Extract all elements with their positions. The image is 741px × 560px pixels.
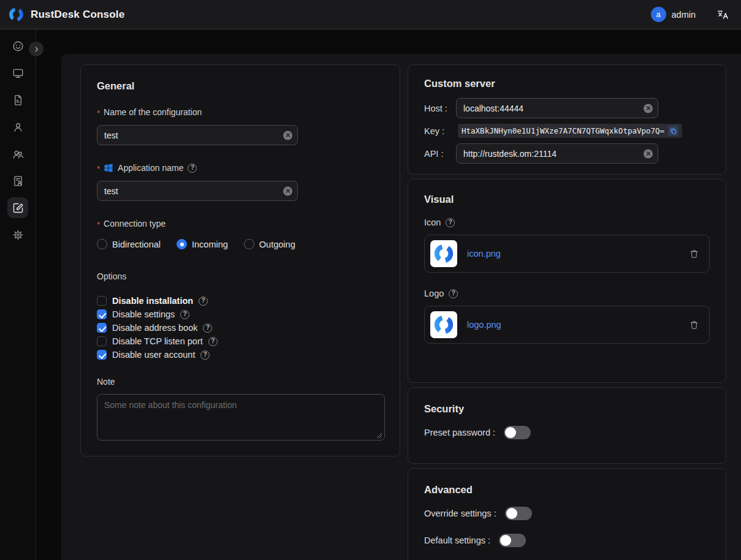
- default-settings-toggle[interactable]: [499, 534, 526, 547]
- icon-label-row: Icon ?: [424, 218, 710, 227]
- checkbox[interactable]: [97, 350, 107, 360]
- custom-server-card: Custom server Host : Key : HtaXBkJNHyn0e…: [408, 64, 726, 175]
- api-row: API :: [424, 143, 710, 164]
- security-title: Security: [424, 403, 710, 415]
- gear-icon: [12, 229, 25, 241]
- custom-server-title: Custom server: [424, 77, 710, 89]
- sidebar-item-overview[interactable]: [7, 36, 28, 56]
- required-asterisk: *: [97, 164, 100, 175]
- logo-upload-box: logo.png: [424, 306, 710, 344]
- sidebar-item-groups[interactable]: [7, 143, 28, 164]
- visual-card: Visual Icon ? icon.png: [408, 179, 726, 383]
- key-value: HtaXBkJNHyn0e1U1jWXze7A7CN7QTGWqxkOtpaVp…: [458, 124, 682, 138]
- override-settings-toggle[interactable]: [505, 507, 532, 520]
- sidebar-item-address-books[interactable]: [7, 170, 28, 191]
- help-icon[interactable]: ?: [199, 297, 208, 306]
- right-column: Custom server Host : Key : HtaXBkJNHyn0e…: [408, 64, 726, 560]
- chevron-right-icon: [32, 45, 40, 53]
- options-label: Options: [97, 271, 384, 281]
- radio-dot[interactable]: [97, 239, 107, 249]
- checkbox[interactable]: [97, 323, 107, 333]
- app-header: RustDesk Console a admin: [0, 0, 741, 29]
- sidebar-expand-button[interactable]: [29, 42, 44, 56]
- windows-icon: [104, 163, 113, 173]
- help-icon[interactable]: ?: [188, 164, 197, 173]
- logo-thumbnail: [430, 311, 457, 338]
- icon-upload-box: icon.png: [424, 235, 710, 273]
- option-disable-user-account: Disable user account ?: [97, 350, 384, 360]
- key-label: Key :: [424, 126, 456, 136]
- preset-password-toggle[interactable]: [504, 426, 531, 439]
- sidebar: [0, 29, 36, 560]
- rustdesk-logo-icon: [8, 6, 25, 23]
- general-title: General: [97, 80, 384, 92]
- help-icon[interactable]: ?: [446, 218, 455, 227]
- icon-file-link[interactable]: icon.png: [467, 249, 501, 259]
- users-icon: [12, 148, 25, 161]
- advanced-card: Advanced Override settings : Default set…: [408, 468, 726, 560]
- api-label: API :: [424, 149, 456, 159]
- checkbox[interactable]: [97, 296, 107, 306]
- sidebar-item-custom-clients[interactable]: [7, 197, 28, 218]
- logo-file-link[interactable]: logo.png: [467, 320, 501, 330]
- clear-input-icon[interactable]: [644, 104, 653, 113]
- translate-icon[interactable]: [716, 9, 729, 20]
- main-panel: General * Name of the configuration * Ap…: [61, 54, 741, 560]
- file-user-icon: [12, 175, 25, 187]
- override-settings-row: Override settings :: [424, 507, 710, 520]
- checkbox[interactable]: [97, 336, 107, 346]
- user-icon: [12, 121, 25, 134]
- trash-icon[interactable]: [689, 320, 699, 330]
- sidebar-item-settings[interactable]: [7, 224, 28, 245]
- sidebar-item-logs[interactable]: [7, 89, 28, 110]
- avatar[interactable]: a: [651, 7, 666, 22]
- config-name-label: * Name of the configuration: [97, 107, 384, 118]
- required-asterisk: *: [97, 108, 100, 119]
- connection-type-label: * Connection type: [97, 218, 384, 229]
- checkbox[interactable]: [97, 309, 107, 319]
- copy-icon[interactable]: [668, 126, 678, 136]
- host-row: Host :: [424, 98, 710, 118]
- help-icon[interactable]: ?: [203, 324, 212, 333]
- general-card: General * Name of the configuration * Ap…: [80, 64, 400, 456]
- sidebar-item-users[interactable]: [7, 116, 28, 137]
- monitor-icon: [12, 67, 25, 80]
- radio-outgoing[interactable]: Outgoing: [244, 239, 295, 249]
- default-settings-row: Default settings :: [424, 534, 710, 547]
- advanced-title: Advanced: [424, 483, 710, 496]
- help-icon[interactable]: ?: [449, 289, 458, 298]
- help-icon[interactable]: ?: [208, 337, 218, 346]
- clear-input-icon[interactable]: [644, 149, 653, 158]
- api-input[interactable]: [456, 143, 658, 164]
- option-disable-settings: Disable settings ?: [97, 309, 384, 319]
- radio-dot[interactable]: [244, 239, 254, 249]
- document-icon: [12, 94, 25, 107]
- key-row: Key : HtaXBkJNHyn0e1U1jWXze7A7CN7QTGWqxk…: [424, 124, 710, 138]
- sidebar-item-devices[interactable]: [7, 62, 28, 83]
- help-icon[interactable]: ?: [200, 350, 210, 360]
- host-label: Host :: [424, 104, 456, 113]
- host-input[interactable]: [456, 98, 658, 118]
- username[interactable]: admin: [672, 10, 696, 20]
- security-card: Security Preset password :: [408, 387, 726, 464]
- app-title: RustDesk Console: [31, 9, 124, 21]
- clear-input-icon[interactable]: [283, 131, 292, 140]
- option-disable-tcp-listen-port: Disable TCP listen port ?: [97, 336, 384, 346]
- note-label: Note: [97, 377, 384, 387]
- preset-password-row: Preset password :: [424, 426, 710, 439]
- radio-dot[interactable]: [177, 239, 187, 249]
- application-name-input[interactable]: [97, 181, 298, 201]
- visual-title: Visual: [424, 193, 710, 205]
- resize-handle[interactable]: [376, 433, 382, 439]
- options-list: Disable installation ? Disable settings …: [97, 296, 384, 360]
- note-textarea[interactable]: [97, 394, 385, 441]
- trash-icon[interactable]: [689, 249, 699, 259]
- radio-incoming[interactable]: Incoming: [177, 239, 228, 249]
- icon-thumbnail: [430, 240, 457, 267]
- config-name-input[interactable]: [97, 125, 298, 145]
- clear-input-icon[interactable]: [283, 186, 292, 195]
- radio-bidirectional[interactable]: Bidirectional: [97, 239, 161, 249]
- face-icon: [12, 40, 25, 53]
- help-icon[interactable]: ?: [180, 310, 189, 319]
- logo-label-row: Logo ?: [424, 289, 710, 298]
